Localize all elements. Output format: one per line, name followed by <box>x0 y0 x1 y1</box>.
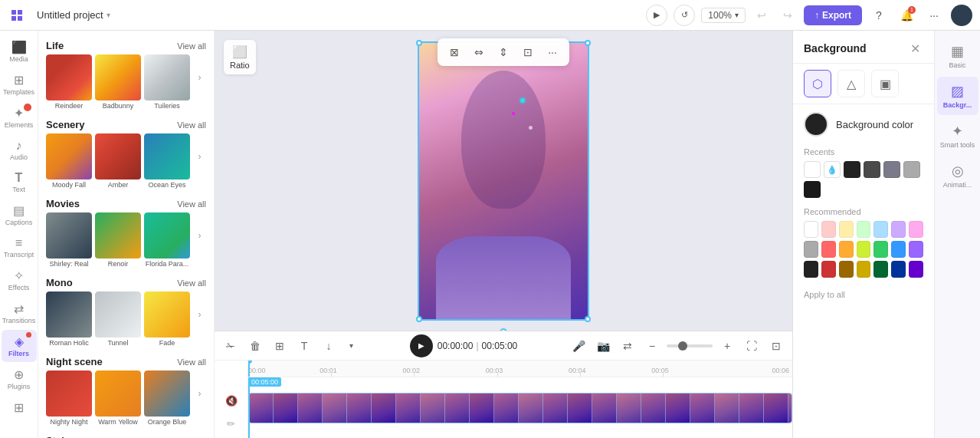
rec-lightblue[interactable] <box>873 221 888 238</box>
rec-brown[interactable] <box>839 261 854 278</box>
avatar-button[interactable] <box>951 5 972 26</box>
view-all-mono[interactable]: View all <box>177 278 206 288</box>
video-track[interactable] <box>248 393 792 423</box>
rewind-button[interactable]: ↺ <box>674 5 695 26</box>
help-button[interactable]: ? <box>868 5 890 26</box>
rec-green[interactable] <box>873 241 888 258</box>
play-button[interactable]: ▶ <box>646 5 667 26</box>
timeline-pencil-button[interactable]: ✏ <box>223 415 240 432</box>
recent-darkgray[interactable] <box>864 161 880 178</box>
template-panel-scroll[interactable]: Life View all Reindeer Badbunny <box>38 31 214 438</box>
rec-darkblue[interactable] <box>891 261 906 278</box>
rec-purple[interactable] <box>909 241 923 258</box>
template-panel-scroll[interactable]: Life View all Reindeer Badbunny <box>38 31 214 438</box>
section-next-arrow[interactable]: › <box>193 54 206 100</box>
flip-v-button[interactable]: ⇕ <box>493 41 514 63</box>
recent-lightgray[interactable] <box>903 161 920 178</box>
zoom-in-button[interactable]: + <box>717 336 737 356</box>
flip-h-button[interactable]: ⇔ <box>468 41 490 63</box>
rec-yellow[interactable] <box>839 221 854 238</box>
timeline-ruler[interactable]: 00:00 00:01 00:02 00:03 00:04 00:05 00:0… <box>248 361 792 377</box>
view-all-scenery[interactable]: View all <box>177 120 206 130</box>
adjust-button[interactable]: ⊡ <box>517 41 539 63</box>
template-thumb-fade[interactable]: Fade <box>144 291 190 347</box>
crop-button[interactable]: ⊠ <box>444 41 465 63</box>
sidebar-item-transitions[interactable]: ⇄ Transitions <box>2 297 37 329</box>
project-name-button[interactable]: Untitled project ▾ <box>32 6 115 24</box>
close-panel-button[interactable]: ✕ <box>906 40 923 57</box>
timeline-mic-button[interactable]: 🎤 <box>569 336 588 356</box>
canvas-area[interactable]: ⬜ Ratio ⊠ ⇔ ⇕ ⊡ ··· <box>215 31 792 331</box>
far-right-item-animation[interactable]: ◎ Animati... <box>937 156 978 195</box>
timeline-download-button[interactable]: ↓ <box>319 336 339 356</box>
type-tab-gradient[interactable]: △ <box>837 70 865 97</box>
view-all-movies[interactable]: View all <box>177 199 206 209</box>
template-thumb-florida[interactable]: Florida Para... <box>144 212 190 268</box>
sidebar-item-elements[interactable]: ✦ Elements <box>2 101 37 133</box>
video-frame-container[interactable] <box>419 43 588 319</box>
template-thumb-moodyfall[interactable]: Moody Fall <box>46 133 92 189</box>
far-right-item-background[interactable]: ▨ Backgr... <box>937 77 978 115</box>
section-next-arrow[interactable]: › <box>193 370 206 417</box>
sidebar-item-templates[interactable]: ⊞ Templates <box>2 68 37 100</box>
recent-bluegray[interactable] <box>883 161 900 178</box>
recent-dropper[interactable]: 💧 <box>824 161 841 178</box>
timeline-split-button[interactable]: ⊞ <box>270 336 290 356</box>
section-next-arrow[interactable]: › <box>193 212 206 259</box>
template-thumb-reindeer[interactable]: Reindeer <box>46 54 92 110</box>
timeline-play-button[interactable]: ▶ <box>410 334 433 357</box>
recent-white[interactable] <box>804 161 821 178</box>
redo-button[interactable]: ↪ <box>778 5 798 25</box>
timeline-volume-button[interactable]: 🔇 <box>223 392 240 409</box>
sidebar-item-captions[interactable]: ▤ Captions <box>2 199 37 231</box>
rec-white[interactable] <box>804 221 818 238</box>
rec-gray[interactable] <box>804 241 818 258</box>
template-thumb-orangeblue[interactable]: Orange Blue <box>144 370 190 426</box>
rec-blue[interactable] <box>891 241 906 258</box>
recent-veryblack[interactable] <box>804 181 821 198</box>
sidebar-item-audio[interactable]: ♪ Audio <box>2 134 37 166</box>
zoom-out-button[interactable]: − <box>642 336 662 356</box>
rotate-handle[interactable] <box>500 328 507 331</box>
rec-orange[interactable] <box>839 241 854 258</box>
recent-black[interactable] <box>844 161 860 178</box>
template-thumb-nighty[interactable]: Nighty Night <box>46 370 92 426</box>
section-next-arrow[interactable]: › <box>193 133 206 179</box>
rec-darkred[interactable] <box>821 261 836 278</box>
template-thumb-shirley[interactable]: Shirley: Real <box>46 212 92 268</box>
timeline-sync-button[interactable]: ⇄ <box>618 336 637 356</box>
timeline-tracks[interactable]: 00:05:00 <box>248 377 792 438</box>
timeline-text-button[interactable]: T <box>294 336 314 356</box>
template-thumb-tuileries[interactable]: Tuileries <box>144 54 190 110</box>
timeline-delete-button[interactable]: 🗑 <box>245 336 265 356</box>
template-thumb-renoir[interactable]: Renoir <box>95 212 141 268</box>
timeline-cut-button[interactable]: ✁ <box>221 336 241 356</box>
settings-button[interactable]: ⊡ <box>766 336 786 356</box>
timeline-download-more[interactable]: ▾ <box>343 336 359 356</box>
zoom-slider[interactable] <box>667 344 713 347</box>
sidebar-item-filters[interactable]: ◈ Filters <box>2 330 37 362</box>
far-right-item-basic[interactable]: ▦ Basic <box>937 37 978 75</box>
type-tab-image[interactable]: ▣ <box>871 70 899 97</box>
template-thumb-oceaneyes[interactable]: Ocean Eyes <box>144 133 190 189</box>
more-canvas-button[interactable]: ··· <box>542 41 563 63</box>
more-options-button[interactable]: ··· <box>923 5 945 26</box>
timeline-playhead[interactable] <box>248 361 250 377</box>
section-next-arrow[interactable]: › <box>193 291 206 338</box>
sidebar-item-effects[interactable]: ✧ Effects <box>2 264 37 296</box>
far-right-item-smarttools[interactable]: ✦ Smart tools <box>937 117 978 155</box>
template-thumb-romanholic[interactable]: Roman Holic <box>46 291 92 347</box>
rec-lime[interactable] <box>857 241 871 258</box>
rec-pink[interactable] <box>821 221 836 238</box>
sidebar-item-more[interactable]: ⊞ <box>2 396 37 420</box>
bg-color-swatch[interactable] <box>804 112 828 137</box>
type-tab-color[interactable]: ⬡ <box>804 70 831 97</box>
rec-red[interactable] <box>821 241 836 258</box>
sidebar-item-plugins[interactable]: ⊕ Plugins <box>2 363 37 395</box>
rec-pink2[interactable] <box>909 221 923 238</box>
rec-lightgreen[interactable] <box>857 221 871 238</box>
rec-lavender[interactable] <box>891 221 906 238</box>
view-all-night[interactable]: View all <box>177 357 206 367</box>
rec-darkgreen[interactable] <box>873 261 888 278</box>
sidebar-item-transcript[interactable]: ≡ Transcript <box>2 232 37 263</box>
